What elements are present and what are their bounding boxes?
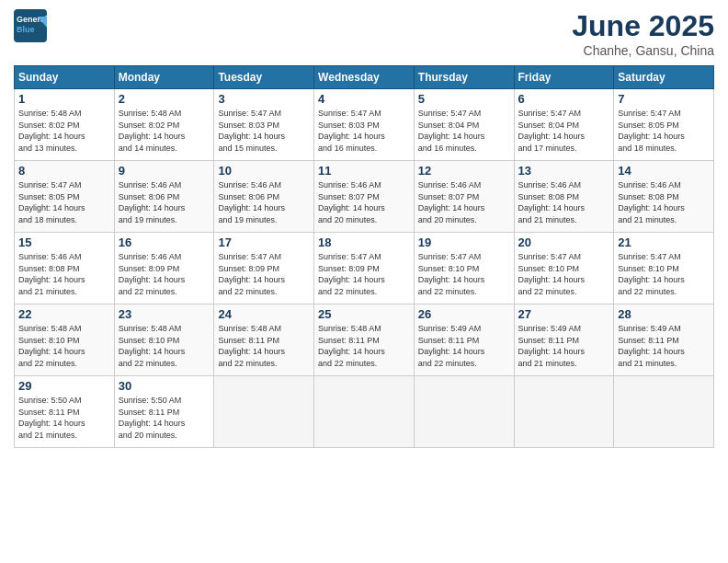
calendar-cell: 10Sunrise: 5:46 AM Sunset: 8:06 PM Dayli… <box>214 161 314 233</box>
day-number: 24 <box>218 307 310 321</box>
day-number: 15 <box>18 236 110 249</box>
calendar-cell: 30Sunrise: 5:50 AM Sunset: 8:11 PM Dayli… <box>114 376 214 448</box>
day-info: Sunrise: 5:49 AM Sunset: 8:11 PM Dayligh… <box>418 323 510 369</box>
calendar-cell: 17Sunrise: 5:47 AM Sunset: 8:09 PM Dayli… <box>214 233 314 304</box>
day-info: Sunrise: 5:46 AM Sunset: 8:07 PM Dayligh… <box>418 179 510 225</box>
calendar-cell: 25Sunrise: 5:48 AM Sunset: 8:11 PM Dayli… <box>314 304 415 376</box>
day-info: Sunrise: 5:47 AM Sunset: 8:04 PM Dayligh… <box>518 108 610 154</box>
calendar-cell: 1Sunrise: 5:48 AM Sunset: 8:02 PM Daylig… <box>15 89 115 161</box>
day-info: Sunrise: 5:47 AM Sunset: 8:05 PM Dayligh… <box>18 179 110 225</box>
day-info: Sunrise: 5:48 AM Sunset: 8:11 PM Dayligh… <box>218 323 310 369</box>
calendar-cell: 26Sunrise: 5:49 AM Sunset: 8:11 PM Dayli… <box>414 304 514 376</box>
day-info: Sunrise: 5:48 AM Sunset: 8:02 PM Dayligh… <box>119 108 210 154</box>
day-number: 16 <box>119 236 210 249</box>
day-info: Sunrise: 5:50 AM Sunset: 8:11 PM Dayligh… <box>119 395 210 441</box>
calendar-cell <box>614 376 714 448</box>
calendar-cell: 22Sunrise: 5:48 AM Sunset: 8:10 PM Dayli… <box>15 304 115 376</box>
day-number: 25 <box>318 307 410 321</box>
calendar-week-row: 1Sunrise: 5:48 AM Sunset: 8:02 PM Daylig… <box>15 89 714 161</box>
calendar-week-row: 22Sunrise: 5:48 AM Sunset: 8:10 PM Dayli… <box>15 304 714 376</box>
day-number: 30 <box>119 379 210 393</box>
day-number: 26 <box>418 307 510 321</box>
day-number: 9 <box>119 164 210 178</box>
day-info: Sunrise: 5:48 AM Sunset: 8:10 PM Dayligh… <box>119 323 210 369</box>
day-info: Sunrise: 5:47 AM Sunset: 8:09 PM Dayligh… <box>218 251 310 297</box>
calendar-cell: 9Sunrise: 5:46 AM Sunset: 8:06 PM Daylig… <box>114 161 214 233</box>
day-info: Sunrise: 5:49 AM Sunset: 8:11 PM Dayligh… <box>618 323 710 369</box>
day-info: Sunrise: 5:47 AM Sunset: 8:10 PM Dayligh… <box>418 251 510 297</box>
day-number: 19 <box>418 236 510 249</box>
logo: General Blue <box>14 9 47 42</box>
day-info: Sunrise: 5:47 AM Sunset: 8:03 PM Dayligh… <box>318 108 410 154</box>
day-info: Sunrise: 5:50 AM Sunset: 8:11 PM Dayligh… <box>18 395 110 441</box>
day-number: 18 <box>318 236 410 249</box>
day-info: Sunrise: 5:46 AM Sunset: 8:07 PM Dayligh… <box>318 179 410 225</box>
day-info: Sunrise: 5:48 AM Sunset: 8:02 PM Dayligh… <box>18 108 110 154</box>
day-number: 4 <box>318 92 410 106</box>
day-number: 17 <box>218 236 310 249</box>
calendar-cell: 13Sunrise: 5:46 AM Sunset: 8:08 PM Dayli… <box>514 161 614 233</box>
day-number: 8 <box>18 164 110 178</box>
calendar-cell: 21Sunrise: 5:47 AM Sunset: 8:10 PM Dayli… <box>614 233 714 304</box>
weekday-header-saturday: Saturday <box>614 66 714 89</box>
calendar-table: SundayMondayTuesdayWednesdayThursdayFrid… <box>14 65 714 448</box>
day-number: 27 <box>518 307 610 321</box>
title-area: June 2025 Chanhe, Gansu, China <box>572 9 714 58</box>
calendar-cell: 14Sunrise: 5:46 AM Sunset: 8:08 PM Dayli… <box>614 161 714 233</box>
calendar-cell: 6Sunrise: 5:47 AM Sunset: 8:04 PM Daylig… <box>514 89 614 161</box>
day-info: Sunrise: 5:46 AM Sunset: 8:06 PM Dayligh… <box>218 179 310 225</box>
calendar-cell <box>514 376 614 448</box>
day-number: 5 <box>418 92 510 106</box>
day-info: Sunrise: 5:49 AM Sunset: 8:11 PM Dayligh… <box>518 323 610 369</box>
day-info: Sunrise: 5:48 AM Sunset: 8:10 PM Dayligh… <box>18 323 110 369</box>
calendar-cell <box>414 376 514 448</box>
day-info: Sunrise: 5:46 AM Sunset: 8:06 PM Dayligh… <box>119 179 210 225</box>
calendar-cell <box>214 376 314 448</box>
day-number: 28 <box>618 307 710 321</box>
calendar-cell: 2Sunrise: 5:48 AM Sunset: 8:02 PM Daylig… <box>114 89 214 161</box>
calendar-cell: 12Sunrise: 5:46 AM Sunset: 8:07 PM Dayli… <box>414 161 514 233</box>
weekday-header-row: SundayMondayTuesdayWednesdayThursdayFrid… <box>15 66 714 89</box>
calendar-cell: 4Sunrise: 5:47 AM Sunset: 8:03 PM Daylig… <box>314 89 415 161</box>
day-number: 7 <box>618 92 710 106</box>
day-number: 6 <box>518 92 610 106</box>
calendar-cell: 20Sunrise: 5:47 AM Sunset: 8:10 PM Dayli… <box>514 233 614 304</box>
header: General Blue June 2025 Chanhe, Gansu, Ch… <box>14 9 714 58</box>
calendar-cell <box>314 376 415 448</box>
calendar-cell: 24Sunrise: 5:48 AM Sunset: 8:11 PM Dayli… <box>214 304 314 376</box>
calendar-cell: 29Sunrise: 5:50 AM Sunset: 8:11 PM Dayli… <box>15 376 115 448</box>
svg-text:Blue: Blue <box>17 25 35 34</box>
day-info: Sunrise: 5:46 AM Sunset: 8:08 PM Dayligh… <box>518 179 610 225</box>
calendar-title: June 2025 <box>572 9 714 43</box>
calendar-cell: 15Sunrise: 5:46 AM Sunset: 8:08 PM Dayli… <box>15 233 115 304</box>
calendar-cell: 11Sunrise: 5:46 AM Sunset: 8:07 PM Dayli… <box>314 161 415 233</box>
day-info: Sunrise: 5:47 AM Sunset: 8:04 PM Dayligh… <box>418 108 510 154</box>
day-info: Sunrise: 5:47 AM Sunset: 8:10 PM Dayligh… <box>518 251 610 297</box>
calendar-week-row: 29Sunrise: 5:50 AM Sunset: 8:11 PM Dayli… <box>15 376 714 448</box>
day-number: 22 <box>18 307 110 321</box>
weekday-header-friday: Friday <box>514 66 614 89</box>
day-info: Sunrise: 5:47 AM Sunset: 8:03 PM Dayligh… <box>218 108 310 154</box>
day-number: 13 <box>518 164 610 178</box>
weekday-header-sunday: Sunday <box>15 66 115 89</box>
calendar-cell: 19Sunrise: 5:47 AM Sunset: 8:10 PM Dayli… <box>414 233 514 304</box>
calendar-week-row: 15Sunrise: 5:46 AM Sunset: 8:08 PM Dayli… <box>15 233 714 304</box>
day-number: 23 <box>119 307 210 321</box>
day-info: Sunrise: 5:47 AM Sunset: 8:05 PM Dayligh… <box>618 108 710 154</box>
logo-icon: General Blue <box>14 9 47 42</box>
calendar-cell: 27Sunrise: 5:49 AM Sunset: 8:11 PM Dayli… <box>514 304 614 376</box>
calendar-cell: 28Sunrise: 5:49 AM Sunset: 8:11 PM Dayli… <box>614 304 714 376</box>
day-number: 29 <box>18 379 110 393</box>
day-number: 1 <box>18 92 110 106</box>
calendar-cell: 7Sunrise: 5:47 AM Sunset: 8:05 PM Daylig… <box>614 89 714 161</box>
calendar-cell: 16Sunrise: 5:46 AM Sunset: 8:09 PM Dayli… <box>114 233 214 304</box>
calendar-cell: 3Sunrise: 5:47 AM Sunset: 8:03 PM Daylig… <box>214 89 314 161</box>
day-number: 11 <box>318 164 410 178</box>
day-number: 2 <box>119 92 210 106</box>
page: General Blue June 2025 Chanhe, Gansu, Ch… <box>0 0 728 563</box>
weekday-header-wednesday: Wednesday <box>314 66 415 89</box>
day-info: Sunrise: 5:46 AM Sunset: 8:08 PM Dayligh… <box>618 179 710 225</box>
day-number: 14 <box>618 164 710 178</box>
day-info: Sunrise: 5:47 AM Sunset: 8:09 PM Dayligh… <box>318 251 410 297</box>
day-number: 10 <box>218 164 310 178</box>
